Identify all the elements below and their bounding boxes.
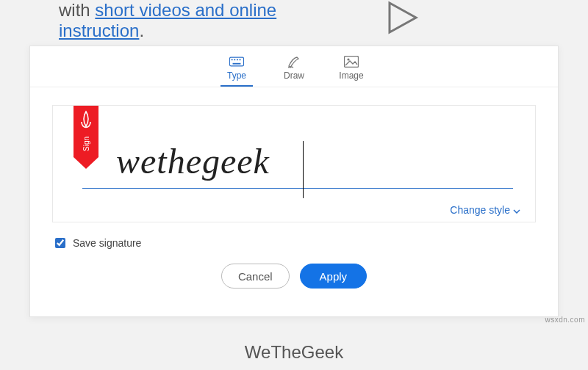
dialog-actions: Cancel Apply	[30, 249, 558, 316]
change-style-link[interactable]: Change style	[450, 204, 520, 216]
signature-input-wrap	[116, 128, 506, 194]
tab-image[interactable]: Image	[335, 55, 368, 87]
bg-link-2[interactable]: instruction	[59, 21, 139, 40]
svg-marker-0	[390, 3, 416, 32]
svg-rect-5	[240, 59, 241, 60]
play-icon[interactable]	[384, 0, 419, 38]
page-backdrop: with short videos and online instruction…	[0, 0, 588, 370]
bg-prefix: with	[59, 0, 95, 20]
bg-footer-title: WeTheGeek	[0, 342, 588, 363]
tab-draw[interactable]: Draw	[278, 55, 310, 87]
sign-flag: Sign	[74, 106, 98, 169]
svg-rect-3	[234, 59, 235, 60]
tab-type-label: Type	[227, 70, 246, 81]
bg-link-1[interactable]: short videos and online	[95, 0, 276, 20]
apply-button[interactable]: Apply	[300, 264, 368, 289]
save-signature-label: Save signature	[73, 237, 141, 249]
save-signature-checkbox[interactable]	[55, 238, 65, 248]
signature-input[interactable]	[116, 141, 506, 181]
svg-rect-2	[232, 59, 233, 60]
chevron-down-icon	[513, 204, 520, 216]
keyboard-icon	[229, 55, 244, 68]
image-icon	[344, 55, 359, 68]
signature-panel-wrap: Sign Change style	[30, 87, 558, 230]
sign-flag-label: Sign	[82, 137, 90, 151]
svg-rect-1	[229, 57, 243, 66]
svg-rect-6	[233, 63, 241, 65]
svg-rect-4	[237, 59, 238, 60]
signature-panel: Sign Change style	[52, 105, 536, 222]
bg-text: with short videos and online instruction…	[59, 0, 276, 41]
tab-type[interactable]: Type	[220, 55, 253, 87]
tab-draw-label: Draw	[284, 70, 304, 81]
tab-image-label: Image	[339, 70, 363, 81]
svg-point-8	[347, 58, 349, 60]
svg-rect-7	[345, 57, 359, 68]
bg-period: .	[139, 21, 144, 40]
pen-icon	[287, 55, 301, 68]
signature-mode-tabs: Type Draw Image	[30, 46, 558, 87]
change-style-label: Change style	[450, 204, 510, 216]
cancel-button[interactable]: Cancel	[221, 264, 290, 289]
signature-dialog: Type Draw Image	[29, 46, 559, 317]
save-signature-row: Save signature	[30, 230, 558, 249]
text-caret	[303, 141, 304, 198]
